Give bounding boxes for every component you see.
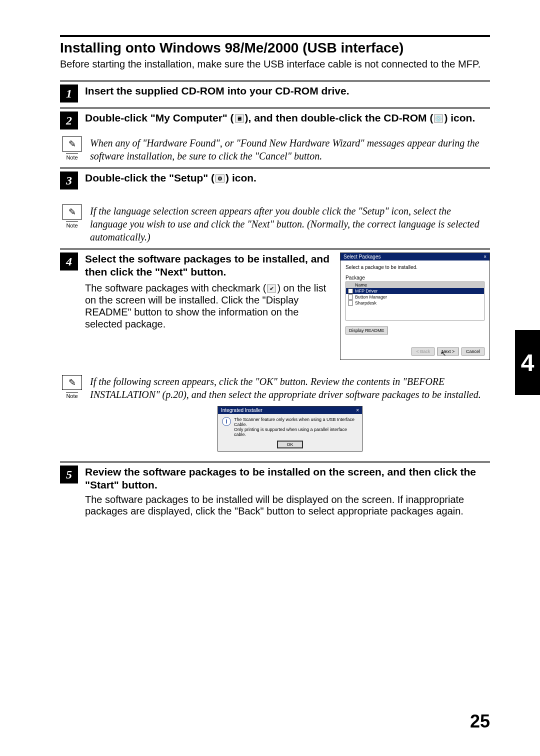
package-header: Name [346,282,484,288]
col-name: Name [355,282,367,288]
rule [60,248,490,250]
step-number: 4 [60,252,78,270]
note-icon-box: ✎ Note [60,375,84,400]
step2-a: Double-click "My Computer" ( [85,112,234,124]
package-label: Package [346,275,484,280]
checkmark-icon: ✔ [267,284,276,292]
step-5: 5 Review the software packages to be ins… [60,466,490,517]
checkbox-icon[interactable] [348,288,353,294]
select-packages-dialog: Select Packages × Select a package to be… [340,252,490,360]
step-1-text: Insert the supplied CD-ROM into your CD-… [85,84,490,98]
step3-a: Double-click the "Setup" ( [85,172,214,184]
info-icon: i [222,417,231,426]
ok-button[interactable]: OK [277,440,302,448]
step-number: 2 [60,112,78,130]
note-icon-box: ✎ Note [60,204,84,230]
step-number: 3 [60,172,78,190]
note-icon: ✎ [62,204,82,220]
step-3: 3 Double-click the "Setup" (⚙) icon. [60,172,490,190]
cursor-icon: ↖ [440,350,446,358]
msg-line1: The Scanner feature only works when usin… [234,417,358,427]
pkg-name: MFP Driver [355,288,378,294]
top-rule [60,35,490,37]
step-3-text: Double-click the "Setup" (⚙) icon. [85,172,490,184]
dialog-titlebar: Select Packages × [340,253,490,260]
note-1: ✎ Note When any of "Hardware Found", or … [60,136,490,162]
close-icon[interactable]: × [484,254,486,260]
step-4: 4 Select the software packages to be ins… [60,252,490,360]
checkbox-icon[interactable] [348,294,353,300]
note-icon: ✎ [62,136,82,152]
package-row[interactable]: Button Manager [346,294,484,300]
note-icon: ✎ [62,375,82,390]
dialog-title: Integrated Installer [221,408,262,413]
step-5-body: The software packages to be installed wi… [85,494,490,517]
page-title: Installing onto Windows 98/Me/2000 (USB … [60,40,490,56]
step-2: 2 Double-click "My Computer" (🖥), and th… [60,112,490,130]
cdrom-icon: 💿 [434,114,443,122]
note-3-text: If the following screen appears, click t… [90,375,490,401]
note-label: Note [66,222,78,228]
step-number: 5 [60,466,78,484]
close-icon[interactable]: × [356,408,359,413]
msg-line2: Only printing is supported when using a … [234,427,358,437]
package-row[interactable]: MFP Driver [346,288,484,294]
cancel-button[interactable]: Cancel [462,348,484,356]
rule [60,80,490,82]
back-button[interactable]: < Back [412,348,434,356]
note-2: ✎ Note If the language selection screen … [60,204,490,244]
package-list[interactable]: Name MFP Driver Button Manager Sharpdesk [346,282,484,320]
intro-text: Before starting the installation, make s… [60,58,490,70]
step2-c: ) icon. [444,112,475,124]
pkg-name: Sharpdesk [355,300,376,306]
dialog-title: Select Packages [344,254,381,260]
dialog-titlebar: Integrated Installer × [218,406,362,414]
rule [60,168,490,168]
step2-b: ), and then double-click the CD-ROM ( [245,112,434,124]
step-5-heading: Review the software packages to be insta… [85,466,490,492]
step-4-body: The software packages with checkmark (✔)… [85,282,331,330]
pkg-name: Button Manager [355,294,387,300]
display-readme-button[interactable]: Display README [346,326,388,334]
dialog-subtitle: Select a package to be installed. [346,264,484,270]
note-1-text: When any of "Hardware Found", or "Found … [90,136,490,162]
setup-icon: ⚙ [216,174,224,182]
step4-body-a: The software packages with checkmark ( [85,282,266,294]
note-label: Note [66,154,78,160]
note-2-text: If the language selection screen appears… [90,204,490,244]
step-number: 1 [60,84,78,102]
note-3: ✎ Note If the following screen appears, … [60,375,490,452]
rule [60,462,490,462]
integrated-installer-dialog: Integrated Installer × i The Scanner fea… [218,406,362,452]
step-4-heading: Select the software packages to be insta… [85,252,331,279]
rule [60,108,490,108]
step-1: 1 Insert the supplied CD-ROM into your C… [60,84,490,102]
note-icon-box: ✎ Note [60,136,84,162]
checkbox-icon[interactable] [348,300,353,306]
dialog-message: The Scanner feature only works when usin… [234,417,358,437]
package-row[interactable]: Sharpdesk [346,300,484,306]
my-computer-icon: 🖥 [235,114,244,122]
note-label: Note [66,392,78,399]
step-2-text: Double-click "My Computer" (🖥), and then… [85,112,490,124]
page-number: 25 [470,711,490,732]
step3-b: ) icon. [226,172,256,184]
chapter-tab: 4 [515,330,540,395]
